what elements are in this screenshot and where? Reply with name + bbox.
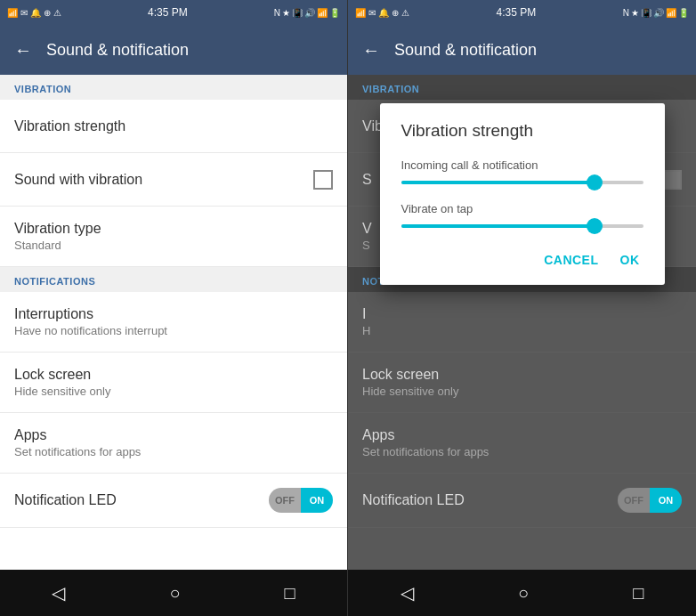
notification-led-title: Notification LED <box>14 492 117 508</box>
right-recent-nav[interactable]: □ <box>633 583 643 604</box>
modal-overlay: Vibration strength Incoming call & notif… <box>348 50 696 570</box>
interruptions-item[interactable]: Interruptions Have no notifications inte… <box>0 292 347 353</box>
lock-screen-item[interactable]: Lock screen Hide sensitive only <box>0 353 347 413</box>
vibration-strength-dialog: Vibration strength Incoming call & notif… <box>380 103 665 285</box>
left-back-nav[interactable]: ◁ <box>52 582 65 604</box>
left-top-bar: ← Sound & notification <box>0 25 347 75</box>
incoming-call-fill <box>401 181 595 184</box>
vibration-type-subtitle: Standard <box>14 239 333 252</box>
notification-led-toggle[interactable]: OFF ON <box>269 488 333 513</box>
apps-subtitle: Set notifications for apps <box>14 445 333 458</box>
vibration-type-item[interactable]: Vibration type Standard <box>0 207 347 267</box>
left-status-bar: 📶✉🔔⊕⚠ 4:35 PM N★📳🔊📶🔋 <box>0 0 347 25</box>
vibrate-on-tap-label: Vibrate on tap <box>401 202 643 215</box>
cancel-button[interactable]: CANCEL <box>540 246 602 274</box>
vibrate-on-tap-track[interactable] <box>401 224 643 228</box>
incoming-call-thumb[interactable] <box>587 174 603 190</box>
left-back-button[interactable]: ← <box>14 40 32 61</box>
right-nav-bar: ◁ ○ □ <box>348 570 696 616</box>
dialog-actions: CANCEL OK <box>401 246 643 274</box>
left-recent-nav[interactable]: □ <box>284 583 295 604</box>
lock-screen-subtitle: Hide sensitive only <box>14 385 333 398</box>
toggle-on-label: ON <box>301 488 333 513</box>
right-status-time: 4:35 PM <box>497 6 537 19</box>
interruptions-subtitle: Have no notifications interrupt <box>14 324 333 337</box>
right-status-bar: 📶✉🔔⊕⚠ 4:35 PM N★📳🔊📶🔋 <box>348 0 696 25</box>
sound-with-vibration-checkbox[interactable] <box>313 170 333 190</box>
sound-with-vibration-title: Sound with vibration <box>14 172 142 188</box>
interruptions-title: Interruptions <box>14 306 333 322</box>
right-home-nav[interactable]: ○ <box>518 583 529 604</box>
right-phone-panel: 📶✉🔔⊕⚠ 4:35 PM N★📳🔊📶🔋 ← Sound & notificat… <box>348 0 696 616</box>
vibrate-on-tap-slider-container[interactable]: Vibrate on tap <box>401 202 643 228</box>
left-phone-panel: 📶✉🔔⊕⚠ 4:35 PM N★📳🔊📶🔋 ← Sound & notificat… <box>0 0 348 616</box>
dialog-title: Vibration strength <box>401 121 643 141</box>
notification-led-item[interactable]: Notification LED OFF ON <box>0 474 347 528</box>
right-right-icons: N★📳🔊📶🔋 <box>623 8 689 18</box>
right-back-nav[interactable]: ◁ <box>401 582 414 604</box>
vibrate-on-tap-fill <box>401 224 595 228</box>
apps-title: Apps <box>14 427 333 443</box>
left-settings-content: VIBRATION Vibration strength Sound with … <box>0 75 347 570</box>
incoming-call-label: Incoming call & notification <box>401 158 643 172</box>
vibrate-on-tap-thumb[interactable] <box>587 218 603 234</box>
left-home-nav[interactable]: ○ <box>169 583 180 604</box>
left-status-icons: 📶✉🔔⊕⚠ <box>7 8 61 18</box>
left-status-time: 4:35 PM <box>148 6 188 19</box>
vibration-section-header: VIBRATION <box>0 75 347 100</box>
lock-screen-title: Lock screen <box>14 367 333 383</box>
vibration-strength-item[interactable]: Vibration strength <box>0 100 347 153</box>
vibration-type-title: Vibration type <box>14 221 333 237</box>
right-status-icons: 📶✉🔔⊕⚠ <box>355 8 409 18</box>
left-nav-bar: ◁ ○ □ <box>0 570 347 616</box>
toggle-off-label: OFF <box>269 488 301 513</box>
sound-with-vibration-item[interactable]: Sound with vibration <box>0 153 347 207</box>
incoming-call-track[interactable] <box>401 181 643 184</box>
notifications-section-header: NOTIFICATIONS <box>0 267 347 292</box>
ok-button[interactable]: OK <box>617 246 643 274</box>
apps-item[interactable]: Apps Set notifications for apps <box>0 413 347 474</box>
left-page-title: Sound & notification <box>46 41 189 60</box>
incoming-call-slider-container[interactable]: Incoming call & notification <box>401 158 643 184</box>
vibration-strength-title: Vibration strength <box>14 118 333 134</box>
left-right-icons: N★📳🔊📶🔋 <box>274 8 340 18</box>
